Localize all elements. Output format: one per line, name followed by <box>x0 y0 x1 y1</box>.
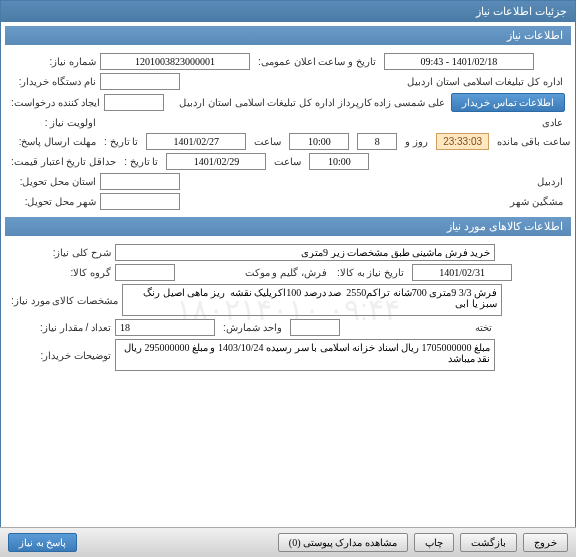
exit-button[interactable]: خروج <box>523 533 568 552</box>
announce-date-label: تاریخ و ساعت اعلان عمومی: <box>254 56 380 67</box>
buyer-name-value: اداره کل تبلیغات اسلامی استان اردبیل <box>184 74 565 89</box>
unit-value: تخته <box>344 320 494 335</box>
bottom-toolbar: خروج بازگشت چاپ مشاهده مدارک پیوستی (0) … <box>0 527 576 557</box>
rooz-label: روز و <box>401 136 432 147</box>
to-date-label-2: تا تاریخ : <box>120 156 162 167</box>
qty-input <box>115 319 215 336</box>
priority-label: اولویت نیاز : <box>11 117 96 128</box>
saat-label-1: ساعت <box>250 136 285 147</box>
announce-date-input <box>384 53 534 70</box>
countdown-timer: 23:33:03 <box>436 133 489 150</box>
reply-button[interactable]: پاسخ به نیاز <box>8 533 77 552</box>
city-input <box>100 193 180 210</box>
group-value: فرش، گلیم و موکت <box>179 265 329 280</box>
province-input <box>100 173 180 190</box>
buyer-name-input <box>100 73 180 90</box>
section-info-header: اطلاعات نیاز <box>5 26 571 45</box>
saat-label-2: ساعت <box>270 156 305 167</box>
niaz-no-input <box>100 53 250 70</box>
buyer-notes-label: توضیحات خریدار: <box>11 350 111 361</box>
priority-value: عادی <box>100 115 565 130</box>
unit-label: واحد شمارش: <box>219 322 286 333</box>
to-date-label-1: تا تاریخ : <box>100 136 142 147</box>
city-value: مشگین شهر <box>184 194 565 209</box>
price-time-input <box>309 153 369 170</box>
prev-button[interactable]: بازگشت <box>460 533 517 552</box>
specs-label: مشخصات کالای مورد نیاز: <box>11 295 118 306</box>
specs-textarea: فرش 3/3 9متری 700شانه تراکم2550 صد درصد … <box>122 284 502 316</box>
need-date-input <box>412 264 512 281</box>
buyer-name-label: نام دستگاه خریدار: <box>11 76 96 87</box>
need-date-label: تاریخ نیاز به کالا: <box>333 267 408 278</box>
group-input <box>115 264 175 281</box>
niaz-no-label: شماره نیاز: <box>11 56 96 67</box>
reply-deadline-label: مهلت ارسال پاسخ: <box>11 136 96 147</box>
requester-value: علی شمسی زاده کارپرداز اداره کل تبلیغات … <box>168 95 447 110</box>
reply-time-input <box>289 133 349 150</box>
unit-input <box>290 319 340 336</box>
price-validity-label: حداقل تاریخ اعتبار قیمت: <box>11 156 116 167</box>
city-label: شهر محل تحویل: <box>11 196 96 207</box>
requester-label: ایجاد کننده درخواست: <box>11 97 100 108</box>
section-goods-header: اطلاعات کالاهای مورد نیاز <box>5 217 571 236</box>
general-desc-label: شرح کلی نیاز: <box>11 247 111 258</box>
requester-input <box>104 94 164 111</box>
window-title: جزئیات اطلاعات نیاز <box>1 1 575 22</box>
general-desc-input <box>115 244 495 261</box>
reply-date-input <box>146 133 246 150</box>
qty-label: تعداد / مقدار نیاز: <box>11 322 111 333</box>
countdown-suffix-label: ساعت باقی مانده <box>493 136 574 147</box>
attachments-button[interactable]: مشاهده مدارک پیوستی (0) <box>278 533 408 552</box>
group-label: گروه کالا: <box>11 267 111 278</box>
province-label: استان محل تحویل: <box>11 176 96 187</box>
buyer-contact-button[interactable]: اطلاعات تماس خریدار <box>451 93 565 112</box>
days-remaining-input <box>357 133 397 150</box>
print-button[interactable]: چاپ <box>414 533 454 552</box>
price-date-input <box>166 153 266 170</box>
province-value: اردبیل <box>184 174 565 189</box>
buyer-notes-textarea: مبلغ 1705000000 ریال اسناد خزانه اسلامی … <box>115 339 495 371</box>
